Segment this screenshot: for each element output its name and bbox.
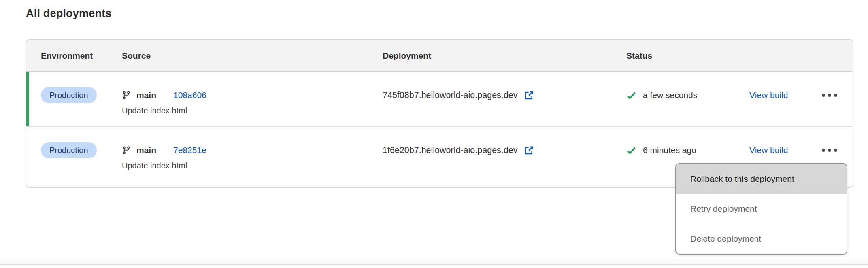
git-branch-icon (122, 146, 131, 155)
source-cell: main 108a606 Update index.html (122, 87, 383, 126)
environment-cell: Production (41, 142, 122, 187)
view-build-link[interactable]: View build (749, 145, 788, 155)
table-header-row: Environment Source Deployment Status (26, 40, 853, 72)
status-cell: a few seconds (626, 87, 749, 126)
deployments-page: All deployments Environment Source Deplo… (0, 0, 868, 268)
git-branch-icon (122, 91, 131, 100)
ellipsis-icon (822, 149, 825, 152)
deployment-actions-menu: Rollback to this deployment Retry deploy… (675, 163, 847, 255)
row-actions-menu-button[interactable] (821, 87, 838, 103)
external-link-icon[interactable] (524, 90, 534, 100)
bottom-band (0, 259, 868, 264)
ellipsis-icon (828, 94, 831, 97)
column-header-environment: Environment (41, 51, 122, 61)
environment-badge: Production (41, 87, 97, 103)
ellipsis-icon (822, 94, 825, 97)
page-title: All deployments (26, 7, 112, 20)
ellipsis-icon (834, 94, 837, 97)
actions-cell (812, 87, 838, 126)
ellipsis-icon (828, 149, 831, 152)
commit-message: Update index.html (122, 106, 383, 115)
menu-item-retry[interactable]: Retry deployment (676, 194, 847, 224)
branch-name: main (136, 145, 156, 155)
commit-link[interactable]: 7e8251e (173, 145, 206, 155)
deployment-url: 1f6e20b7.helloworld-aio.pages.dev (383, 145, 518, 155)
column-header-deployment: Deployment (383, 51, 626, 61)
bottom-divider (0, 264, 868, 265)
view-build-link[interactable]: View build (749, 90, 788, 100)
deployment-url: 745f08b7.helloworld-aio.pages.dev (383, 90, 518, 100)
environment-badge: Production (41, 142, 97, 158)
deployment-row: Production main 108a606 Update index.htm… (26, 72, 853, 126)
environment-cell: Production (41, 87, 122, 126)
commit-link[interactable]: 108a606 (173, 90, 206, 100)
status-time: 6 minutes ago (643, 145, 696, 155)
column-header-status: Status (626, 51, 749, 61)
branch-name: main (136, 90, 156, 100)
deployment-cell: 1f6e20b7.helloworld-aio.pages.dev (383, 142, 626, 187)
external-link-icon[interactable] (524, 145, 534, 155)
status-time: a few seconds (643, 90, 697, 100)
source-cell: main 7e8251e Update index.html (122, 142, 383, 187)
current-deployment-indicator (26, 72, 29, 126)
success-check-icon (626, 145, 636, 155)
success-check-icon (626, 90, 636, 100)
column-header-source: Source (122, 51, 383, 61)
view-build-cell: View build (749, 87, 812, 126)
menu-item-delete[interactable]: Delete deployment (676, 224, 847, 254)
deployment-cell: 745f08b7.helloworld-aio.pages.dev (383, 87, 626, 126)
row-actions-menu-button[interactable] (821, 142, 838, 158)
commit-message: Update index.html (122, 161, 383, 170)
menu-item-rollback[interactable]: Rollback to this deployment (676, 164, 847, 194)
ellipsis-icon (834, 149, 837, 152)
